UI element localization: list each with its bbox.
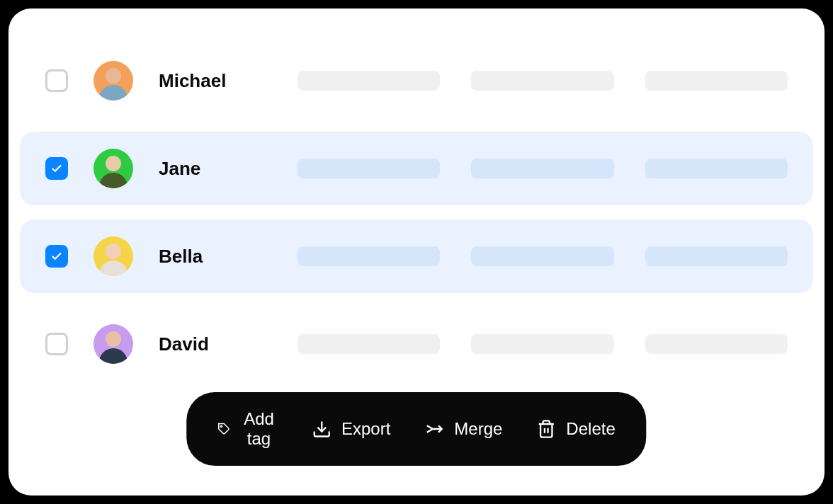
placeholder-cell — [298, 71, 440, 91]
tag-icon — [217, 419, 230, 439]
check-icon — [50, 162, 63, 175]
check-icon — [50, 250, 63, 263]
row-checkbox[interactable] — [45, 69, 68, 92]
placeholder-cell — [298, 159, 440, 178]
row-placeholders — [298, 71, 788, 91]
contact-name: Bella — [159, 246, 272, 268]
avatar — [94, 324, 133, 364]
row-checkbox[interactable] — [45, 157, 68, 180]
contact-name: Michael — [159, 70, 272, 92]
contact-row[interactable]: Bella — [20, 219, 813, 293]
row-checkbox[interactable] — [45, 333, 68, 355]
row-placeholders — [298, 159, 788, 178]
placeholder-cell — [471, 334, 613, 354]
avatar — [94, 149, 133, 188]
row-placeholders — [298, 246, 788, 266]
placeholder-cell — [645, 334, 788, 354]
placeholder-cell — [298, 246, 440, 266]
contact-name: David — [159, 333, 272, 355]
export-button[interactable]: Export — [312, 419, 390, 439]
download-icon — [312, 419, 332, 439]
delete-button[interactable]: Delete — [536, 419, 615, 439]
merge-icon — [424, 419, 444, 439]
placeholder-cell — [471, 159, 613, 178]
row-placeholders — [298, 334, 788, 354]
row-checkbox[interactable] — [45, 245, 68, 268]
placeholder-cell — [298, 334, 440, 354]
contact-row[interactable]: David — [20, 307, 813, 381]
contact-name: Jane — [159, 158, 272, 180]
placeholder-cell — [645, 246, 788, 266]
placeholder-cell — [471, 71, 613, 91]
avatar — [94, 61, 133, 101]
trash-icon — [536, 419, 556, 439]
contacts-panel: MichaelJaneBellaDavid Add tag Export Me — [8, 8, 824, 496]
placeholder-cell — [471, 246, 613, 266]
export-label: Export — [341, 419, 390, 439]
merge-button[interactable]: Merge — [424, 419, 502, 439]
placeholder-cell — [645, 71, 788, 91]
avatar — [94, 236, 133, 276]
bulk-action-toolbar: Add tag Export Merge — [186, 392, 646, 466]
svg-point-0 — [220, 425, 222, 427]
delete-label: Delete — [566, 419, 615, 439]
placeholder-cell — [645, 159, 788, 178]
add-tag-button[interactable]: Add tag — [217, 409, 278, 449]
contacts-list: MichaelJaneBellaDavid — [20, 44, 813, 381]
merge-label: Merge — [454, 419, 502, 439]
contact-row[interactable]: Michael — [20, 44, 813, 118]
contact-row[interactable]: Jane — [20, 132, 813, 205]
add-tag-label: Add tag — [240, 409, 278, 449]
